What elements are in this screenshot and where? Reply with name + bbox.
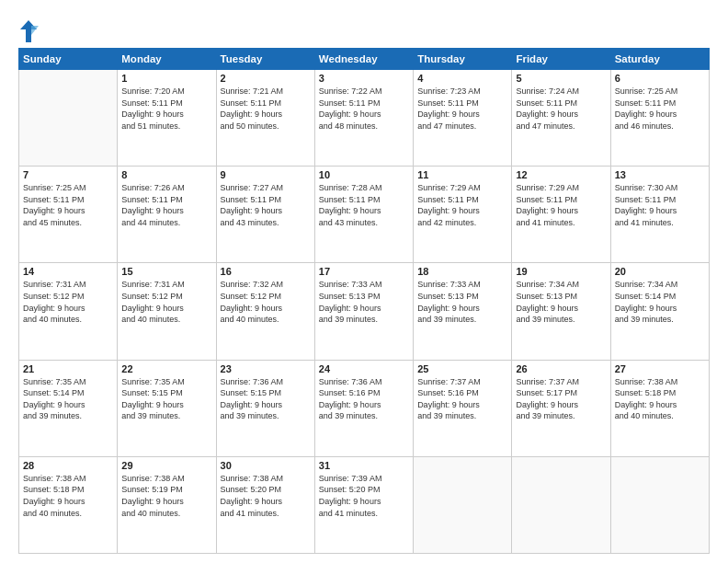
cell-info: Sunrise: 7:23 AM Sunset: 5:11 PM Dayligh… bbox=[417, 86, 507, 132]
day-number: 3 bbox=[319, 73, 409, 84]
calendar-header-tuesday: Tuesday bbox=[216, 49, 314, 70]
calendar-header-row: SundayMondayTuesdayWednesdayThursdayFrid… bbox=[19, 49, 710, 70]
calendar-cell: 4Sunrise: 7:23 AM Sunset: 5:11 PM Daylig… bbox=[414, 70, 512, 167]
day-number: 23 bbox=[221, 363, 311, 374]
cell-info: Sunrise: 7:28 AM Sunset: 5:11 PM Dayligh… bbox=[319, 182, 409, 228]
calendar-header-wednesday: Wednesday bbox=[314, 49, 413, 70]
page: SundayMondayTuesdayWednesdayThursdayFrid… bbox=[0, 0, 728, 563]
cell-info: Sunrise: 7:35 AM Sunset: 5:14 PM Dayligh… bbox=[23, 376, 113, 422]
cell-info: Sunrise: 7:31 AM Sunset: 5:12 PM Dayligh… bbox=[23, 279, 113, 325]
cell-info: Sunrise: 7:32 AM Sunset: 5:12 PM Dayligh… bbox=[221, 279, 311, 325]
cell-info: Sunrise: 7:35 AM Sunset: 5:15 PM Dayligh… bbox=[121, 376, 211, 422]
day-number: 29 bbox=[121, 460, 211, 471]
calendar-cell: 3Sunrise: 7:22 AM Sunset: 5:11 PM Daylig… bbox=[314, 70, 413, 167]
cell-info: Sunrise: 7:34 AM Sunset: 5:13 PM Dayligh… bbox=[516, 279, 606, 325]
day-number: 5 bbox=[516, 73, 606, 84]
calendar-cell: 20Sunrise: 7:34 AM Sunset: 5:14 PM Dayli… bbox=[610, 263, 709, 360]
logo-icon bbox=[18, 18, 39, 44]
cell-info: Sunrise: 7:38 AM Sunset: 5:19 PM Dayligh… bbox=[121, 473, 211, 519]
calendar-cell: 19Sunrise: 7:34 AM Sunset: 5:13 PM Dayli… bbox=[512, 263, 610, 360]
calendar-cell: 6Sunrise: 7:25 AM Sunset: 5:11 PM Daylig… bbox=[610, 70, 709, 167]
calendar-header-saturday: Saturday bbox=[610, 49, 709, 70]
calendar-cell: 25Sunrise: 7:37 AM Sunset: 5:16 PM Dayli… bbox=[414, 360, 512, 456]
day-number: 16 bbox=[221, 266, 311, 277]
calendar-cell: 22Sunrise: 7:35 AM Sunset: 5:15 PM Dayli… bbox=[118, 360, 216, 456]
cell-info: Sunrise: 7:27 AM Sunset: 5:11 PM Dayligh… bbox=[221, 182, 311, 228]
cell-info: Sunrise: 7:37 AM Sunset: 5:16 PM Dayligh… bbox=[417, 376, 507, 422]
cell-info: Sunrise: 7:29 AM Sunset: 5:11 PM Dayligh… bbox=[417, 182, 507, 228]
cell-info: Sunrise: 7:21 AM Sunset: 5:11 PM Dayligh… bbox=[221, 86, 311, 132]
calendar-cell: 26Sunrise: 7:37 AM Sunset: 5:17 PM Dayli… bbox=[512, 360, 610, 456]
day-number: 11 bbox=[417, 169, 507, 180]
cell-info: Sunrise: 7:20 AM Sunset: 5:11 PM Dayligh… bbox=[121, 86, 211, 132]
cell-info: Sunrise: 7:33 AM Sunset: 5:13 PM Dayligh… bbox=[319, 279, 409, 325]
calendar-cell: 18Sunrise: 7:33 AM Sunset: 5:13 PM Dayli… bbox=[414, 263, 512, 360]
calendar-cell: 7Sunrise: 7:25 AM Sunset: 5:11 PM Daylig… bbox=[19, 167, 118, 263]
calendar-header-friday: Friday bbox=[512, 49, 610, 70]
calendar-cell: 29Sunrise: 7:38 AM Sunset: 5:19 PM Dayli… bbox=[118, 456, 216, 553]
day-number: 7 bbox=[23, 169, 113, 180]
calendar-cell: 30Sunrise: 7:38 AM Sunset: 5:20 PM Dayli… bbox=[216, 456, 314, 553]
svg-marker-1 bbox=[31, 26, 39, 35]
day-number: 26 bbox=[516, 363, 606, 374]
day-number: 10 bbox=[319, 169, 409, 180]
calendar-table: SundayMondayTuesdayWednesdayThursdayFrid… bbox=[18, 48, 710, 554]
day-number: 17 bbox=[319, 266, 409, 277]
day-number: 18 bbox=[417, 266, 507, 277]
day-number: 25 bbox=[417, 363, 507, 374]
calendar-header-thursday: Thursday bbox=[414, 49, 512, 70]
cell-info: Sunrise: 7:36 AM Sunset: 5:15 PM Dayligh… bbox=[221, 376, 311, 422]
cell-info: Sunrise: 7:38 AM Sunset: 5:18 PM Dayligh… bbox=[615, 376, 705, 422]
day-number: 27 bbox=[615, 363, 705, 374]
calendar-week-row: 28Sunrise: 7:38 AM Sunset: 5:18 PM Dayli… bbox=[19, 456, 710, 553]
day-number: 30 bbox=[221, 460, 311, 471]
day-number: 22 bbox=[121, 363, 211, 374]
cell-info: Sunrise: 7:33 AM Sunset: 5:13 PM Dayligh… bbox=[417, 279, 507, 325]
calendar-cell: 24Sunrise: 7:36 AM Sunset: 5:16 PM Dayli… bbox=[314, 360, 413, 456]
day-number: 24 bbox=[319, 363, 409, 374]
cell-info: Sunrise: 7:38 AM Sunset: 5:18 PM Dayligh… bbox=[23, 473, 113, 519]
calendar-cell: 16Sunrise: 7:32 AM Sunset: 5:12 PM Dayli… bbox=[216, 263, 314, 360]
day-number: 21 bbox=[23, 363, 113, 374]
day-number: 8 bbox=[121, 169, 211, 180]
header bbox=[18, 15, 710, 44]
day-number: 1 bbox=[121, 73, 211, 84]
cell-info: Sunrise: 7:38 AM Sunset: 5:20 PM Dayligh… bbox=[221, 473, 311, 519]
svg-marker-0 bbox=[20, 20, 37, 42]
cell-info: Sunrise: 7:25 AM Sunset: 5:11 PM Dayligh… bbox=[23, 182, 113, 228]
calendar-cell: 12Sunrise: 7:29 AM Sunset: 5:11 PM Dayli… bbox=[512, 167, 610, 263]
day-number: 2 bbox=[221, 73, 311, 84]
calendar-week-row: 1Sunrise: 7:20 AM Sunset: 5:11 PM Daylig… bbox=[19, 70, 710, 167]
calendar-cell: 23Sunrise: 7:36 AM Sunset: 5:15 PM Dayli… bbox=[216, 360, 314, 456]
calendar-cell bbox=[512, 456, 610, 553]
day-number: 31 bbox=[319, 460, 409, 471]
calendar-cell: 1Sunrise: 7:20 AM Sunset: 5:11 PM Daylig… bbox=[118, 70, 216, 167]
calendar-cell: 8Sunrise: 7:26 AM Sunset: 5:11 PM Daylig… bbox=[118, 167, 216, 263]
calendar-cell bbox=[610, 456, 709, 553]
cell-info: Sunrise: 7:39 AM Sunset: 5:20 PM Dayligh… bbox=[319, 473, 409, 519]
calendar-header-sunday: Sunday bbox=[19, 49, 118, 70]
calendar-week-row: 7Sunrise: 7:25 AM Sunset: 5:11 PM Daylig… bbox=[19, 167, 710, 263]
calendar-cell: 27Sunrise: 7:38 AM Sunset: 5:18 PM Dayli… bbox=[610, 360, 709, 456]
calendar-cell: 2Sunrise: 7:21 AM Sunset: 5:11 PM Daylig… bbox=[216, 70, 314, 167]
day-number: 6 bbox=[615, 73, 705, 84]
day-number: 20 bbox=[615, 266, 705, 277]
calendar-cell: 17Sunrise: 7:33 AM Sunset: 5:13 PM Dayli… bbox=[314, 263, 413, 360]
calendar-cell bbox=[414, 456, 512, 553]
logo bbox=[18, 18, 40, 44]
calendar-cell: 14Sunrise: 7:31 AM Sunset: 5:12 PM Dayli… bbox=[19, 263, 118, 360]
day-number: 9 bbox=[221, 169, 311, 180]
cell-info: Sunrise: 7:26 AM Sunset: 5:11 PM Dayligh… bbox=[121, 182, 211, 228]
day-number: 4 bbox=[417, 73, 507, 84]
calendar-cell: 11Sunrise: 7:29 AM Sunset: 5:11 PM Dayli… bbox=[414, 167, 512, 263]
cell-info: Sunrise: 7:22 AM Sunset: 5:11 PM Dayligh… bbox=[319, 86, 409, 132]
calendar-cell: 5Sunrise: 7:24 AM Sunset: 5:11 PM Daylig… bbox=[512, 70, 610, 167]
calendar-cell: 13Sunrise: 7:30 AM Sunset: 5:11 PM Dayli… bbox=[610, 167, 709, 263]
calendar-cell: 28Sunrise: 7:38 AM Sunset: 5:18 PM Dayli… bbox=[19, 456, 118, 553]
cell-info: Sunrise: 7:24 AM Sunset: 5:11 PM Dayligh… bbox=[516, 86, 606, 132]
cell-info: Sunrise: 7:29 AM Sunset: 5:11 PM Dayligh… bbox=[516, 182, 606, 228]
calendar-cell: 9Sunrise: 7:27 AM Sunset: 5:11 PM Daylig… bbox=[216, 167, 314, 263]
calendar-cell: 15Sunrise: 7:31 AM Sunset: 5:12 PM Dayli… bbox=[118, 263, 216, 360]
cell-info: Sunrise: 7:30 AM Sunset: 5:11 PM Dayligh… bbox=[615, 182, 705, 228]
calendar-week-row: 14Sunrise: 7:31 AM Sunset: 5:12 PM Dayli… bbox=[19, 263, 710, 360]
